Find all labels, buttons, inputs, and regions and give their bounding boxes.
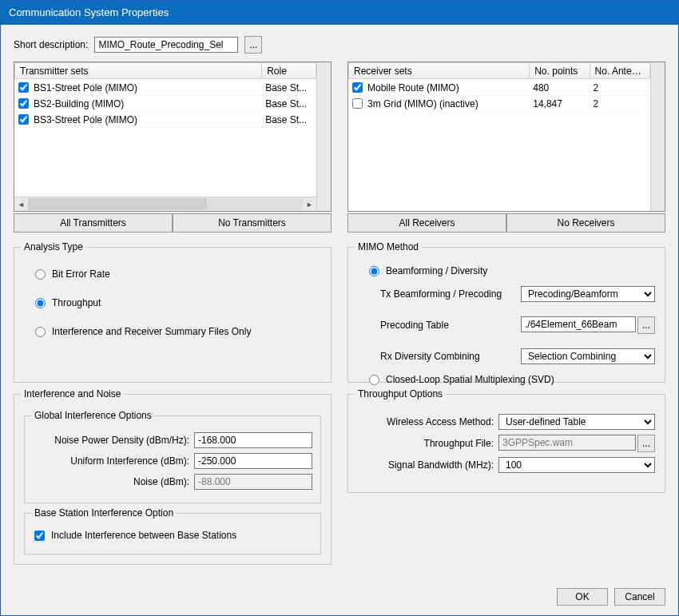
radio-throughput[interactable] [35, 298, 46, 308]
interference-noise-group: Interference and Noise Global Interferen… [14, 394, 332, 565]
rx-row-ant: 2 [590, 96, 649, 112]
ok-button[interactable]: OK [557, 588, 608, 606]
tx-row-role: Base St... [262, 96, 316, 112]
include-bs-interference-checkbox[interactable] [34, 531, 45, 541]
rx-row-ant: 2 [590, 80, 649, 96]
mimo-method-legend: MIMO Method [355, 241, 422, 252]
radio-svd-label: Closed-Loop Spatial Multiplexing (SVD) [386, 374, 554, 385]
signal-bandwidth-label: Signal Bandwidth (MHz): [358, 459, 494, 471]
analysis-type-group: Analysis Type Bit Error Rate Throughput … [14, 247, 332, 383]
bs-interference-group: Base Station Interference Option Include… [24, 513, 321, 554]
receivers-grid[interactable]: Receiver sets No. points No. Anten... Mo… [347, 62, 665, 212]
table-row[interactable]: Mobile Route (MIMO) 480 2 [349, 80, 650, 96]
rx-row-name: 3m Grid (MIMO) (inactive) [367, 98, 478, 109]
global-interference-legend: Global Interference Options [31, 410, 155, 421]
radio-interference-only-label: Interference and Receiver Summary Files … [52, 326, 251, 337]
dialog-window: Communication System Properties Short de… [0, 0, 679, 616]
scrollbar-thumb[interactable] [28, 198, 207, 210]
rx-row-points: 480 [530, 80, 590, 96]
scroll-right-icon[interactable]: ► [303, 197, 316, 211]
tx-row-checkbox[interactable] [18, 114, 29, 125]
transmitters-grid[interactable]: Transmitter sets Role BS1-Street Pole (M… [14, 62, 332, 212]
throughput-file-label: Throughput File: [358, 438, 494, 449]
uniform-interference-input[interactable] [194, 453, 312, 469]
bs-interference-legend: Base Station Interference Option [31, 507, 177, 519]
noise-dbm-label: Noise (dBm): [33, 476, 189, 487]
noise-dbm-input [194, 474, 312, 490]
interference-noise-legend: Interference and Noise [21, 388, 124, 399]
receivers-header-points[interactable]: No. points [530, 63, 590, 79]
receivers-header-ant[interactable]: No. Anten... [590, 63, 649, 79]
tx-row-role: Base St... [262, 80, 316, 96]
cancel-button[interactable]: Cancel [614, 588, 665, 606]
receivers-column: Receiver sets No. points No. Anten... Mo… [347, 62, 665, 232]
transmitters-column: Transmitter sets Role BS1-Street Pole (M… [14, 62, 332, 232]
rx-row-checkbox[interactable] [352, 82, 363, 93]
all-receivers-button[interactable]: All Receivers [347, 213, 506, 232]
middle-groups-row: Analysis Type Bit Error Rate Throughput … [14, 247, 665, 383]
window-title: Communication System Properties [9, 6, 169, 18]
radio-throughput-label: Throughput [52, 297, 101, 308]
radio-bit-error-rate[interactable] [35, 269, 46, 280]
tx-row-role: Base St... [262, 112, 316, 128]
signal-bandwidth-select[interactable]: 100 [498, 457, 655, 473]
throughput-options-legend: Throughput Options [355, 388, 446, 399]
radio-beamforming-label: Beamforming / Diversity [386, 265, 487, 276]
tables-row: Transmitter sets Role BS1-Street Pole (M… [14, 62, 665, 232]
short-description-browse-button[interactable]: ... [244, 36, 262, 54]
receivers-header-name[interactable]: Receiver sets [349, 63, 530, 79]
mimo-method-group: MIMO Method Beamforming / Diversity Tx B… [347, 247, 665, 383]
radio-interference-only[interactable] [35, 327, 46, 337]
rx-row-name: Mobile Route (MIMO) [367, 82, 459, 93]
wireless-access-select[interactable]: User-defined Table [498, 414, 655, 430]
table-row[interactable]: BS3-Street Pole (MIMO) Base St... [15, 112, 316, 128]
global-interference-group: Global Interference Options Noise Power … [24, 415, 321, 503]
table-row[interactable]: BS2-Building (MIMO) Base St... [15, 96, 316, 112]
all-transmitters-button[interactable]: All Transmitters [14, 213, 173, 232]
short-description-input[interactable] [94, 37, 238, 53]
receivers-vscrollbar[interactable] [650, 62, 665, 211]
tx-beamforming-label: Tx Beamforming / Precoding [380, 288, 516, 300]
precoding-table-label: Precoding Table [380, 320, 516, 331]
throughput-file-browse-button[interactable]: ... [637, 435, 655, 452]
transmitters-hscrollbar[interactable]: ◄ ► [14, 197, 316, 211]
dialog-buttons: OK Cancel [14, 588, 665, 606]
rx-diversity-select[interactable]: Selection Combining [521, 348, 655, 364]
throughput-options-group: Throughput Options Wireless Access Metho… [347, 394, 665, 493]
tx-row-checkbox[interactable] [18, 82, 29, 93]
table-row[interactable]: 3m Grid (MIMO) (inactive) 14,847 2 [349, 96, 650, 112]
include-bs-interference-label: Include Interference between Base Statio… [51, 530, 236, 541]
tx-row-name: BS3-Street Pole (MIMO) [34, 114, 137, 125]
tx-row-checkbox[interactable] [18, 98, 29, 109]
scroll-left-icon[interactable]: ◄ [14, 197, 28, 211]
radio-svd[interactable] [369, 375, 379, 385]
tx-row-name: BS1-Street Pole (MIMO) [34, 82, 137, 93]
throughput-file-input [498, 435, 636, 451]
short-description-row: Short description: ... [14, 36, 665, 54]
transmitters-header-role[interactable]: Role [262, 63, 316, 79]
rx-diversity-label: Rx Diversity Combining [380, 351, 516, 362]
short-description-label: Short description: [14, 39, 88, 50]
rx-row-points: 14,847 [530, 96, 590, 112]
wireless-access-label: Wireless Access Method: [358, 416, 494, 427]
rx-row-checkbox[interactable] [352, 98, 363, 109]
no-receivers-button[interactable]: No Receivers [506, 213, 665, 232]
analysis-type-legend: Analysis Type [21, 241, 86, 252]
uniform-interference-label: Uniform Interference (dBm): [33, 455, 189, 467]
radio-bit-error-rate-label: Bit Error Rate [52, 268, 110, 280]
transmitters-header-name[interactable]: Transmitter sets [15, 63, 262, 79]
noise-pd-input[interactable] [194, 432, 312, 448]
table-row[interactable]: BS1-Street Pole (MIMO) Base St... [15, 80, 316, 96]
noise-pd-label: Noise Power Density (dBm/Hz): [33, 435, 189, 446]
titlebar: Communication System Properties [1, 1, 678, 25]
tx-beamforming-select[interactable]: Precoding/Beamform [521, 286, 655, 302]
client-area: Short description: ... Transmitter sets … [1, 25, 678, 615]
transmitters-vscrollbar[interactable] [316, 62, 331, 211]
lower-groups-row: Interference and Noise Global Interferen… [14, 394, 665, 565]
no-transmitters-button[interactable]: No Transmitters [173, 213, 332, 232]
precoding-table-browse-button[interactable]: ... [637, 316, 655, 334]
radio-beamforming[interactable] [369, 266, 379, 276]
precoding-table-input[interactable] [521, 316, 636, 332]
tx-row-name: BS2-Building (MIMO) [34, 98, 124, 109]
